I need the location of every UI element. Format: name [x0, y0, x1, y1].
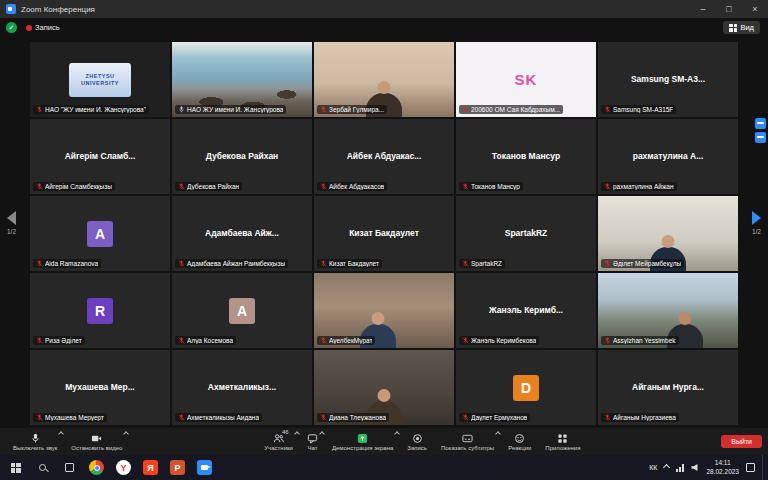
window-title: Zoom Конференция [21, 5, 95, 14]
taskbar-clock[interactable]: 14:11 28.02.2023 [706, 459, 739, 475]
captions-label: Показать субтитры [441, 445, 494, 451]
chevron-up-icon[interactable] [58, 431, 64, 437]
taskbar-app-yandex[interactable]: Y [110, 455, 137, 480]
leave-button[interactable]: Выйти [721, 435, 762, 448]
participant-name: Диана Тлеужанова [329, 414, 386, 421]
participant-tile[interactable]: SpartakRZ SpartakRZ [456, 196, 596, 271]
participant-tile[interactable]: Айбек Абдуакас... Айбек Абдуакасов [314, 119, 454, 194]
meeting-area: Запись Вид 1/2 ZHETYSU UNIVERSITY [0, 18, 768, 428]
muted-mic-icon [462, 337, 469, 344]
participant-tile[interactable]: НАО ЖУ имени И. Жансугурова [172, 42, 312, 117]
participant-count: 46 [282, 429, 289, 435]
participant-tile[interactable]: Диана Тлеужанова [314, 350, 454, 425]
participant-tile[interactable]: АуелбекМурат [314, 273, 454, 348]
notification-icon[interactable] [755, 118, 766, 129]
tile-name-label: рахматулина Айжан [601, 182, 677, 191]
captions-button[interactable]: Показать субтитры [434, 428, 501, 455]
task-view-icon [65, 463, 74, 472]
participant-tile[interactable]: A Алуа Косемова [172, 273, 312, 348]
mic-icon [30, 433, 41, 444]
participant-tile[interactable]: Samsung SM-A3... Samsung SM-A315F [598, 42, 738, 117]
start-button[interactable] [2, 455, 29, 480]
muted-mic-icon [36, 414, 43, 421]
yandex-icon: Y [116, 460, 131, 475]
task-view-button[interactable] [56, 455, 83, 480]
side-notifications [755, 118, 766, 143]
mute-button[interactable]: Выключить звук [6, 428, 64, 455]
muted-mic-icon [178, 414, 185, 421]
muted-mic-icon [178, 106, 185, 113]
chat-button[interactable]: Чат [300, 428, 325, 455]
participant-name: АуелбекМурат [329, 337, 372, 344]
participants-button[interactable]: 46 Участники [257, 428, 300, 455]
share-screen-button[interactable]: Демонстрация экрана [325, 428, 400, 455]
taskbar-app-zoom[interactable] [191, 455, 218, 480]
chevron-up-icon[interactable] [319, 431, 325, 437]
chrome-icon [89, 460, 104, 475]
muted-mic-icon [462, 183, 469, 190]
participant-tile[interactable]: Assylzhan Yessimbek [598, 273, 738, 348]
participant-tile[interactable]: R Риза Әділет [30, 273, 170, 348]
participant-name: НАО ЖУ имени И. Жансугурова [187, 106, 283, 113]
tile-name-label: Айгерім Сламбекқызы [33, 182, 115, 191]
participant-tile[interactable]: Айганым Нурга... Айганым Нургазиева [598, 350, 738, 425]
tile-name-label: Диана Тлеужанова [317, 413, 389, 422]
tile-name-label: АуелбекМурат [317, 336, 375, 345]
powerpoint-icon: P [170, 460, 185, 475]
stop-video-label: Остановить видео [71, 445, 122, 451]
windows-taskbar: Y Я P КК 14:11 28.02.2023 [0, 455, 768, 480]
participant-tile[interactable]: Адамбаева Айж... Адамбаева Айжан Раимбек… [172, 196, 312, 271]
tile-name-label: SpartakRZ [459, 259, 505, 268]
participant-tile[interactable]: D Даулет Ермуханов [456, 350, 596, 425]
tile-name-label: Адамбаева Айжан Раимбекқызы [175, 259, 288, 268]
apps-icon [557, 433, 568, 444]
maximize-button[interactable]: □ [716, 0, 742, 18]
tile-name-label: Жанэль Керимбекова [459, 336, 539, 345]
security-shield-icon[interactable] [6, 22, 17, 33]
participant-name: Алуа Косемова [187, 337, 233, 344]
taskbar-app-chrome[interactable] [83, 455, 110, 480]
participant-tile[interactable]: Әділет Мейрамбекұлы [598, 196, 738, 271]
chevron-up-icon[interactable] [124, 431, 130, 437]
action-center-icon[interactable] [746, 463, 755, 472]
participant-tile[interactable]: Дубекова Райхан Дубекова Райхан [172, 119, 312, 194]
participant-tile[interactable]: ZHETYSU UNIVERSITY НАО "ЖУ имени И. Жанс… [30, 42, 170, 117]
participant-tile[interactable]: Токанов Мансур Токанов Мансур [456, 119, 596, 194]
participant-tile[interactable]: A Aida Ramazanova [30, 196, 170, 271]
tile-name-label: Риза Әділет [33, 336, 85, 345]
search-button[interactable] [29, 455, 56, 480]
prev-page-arrow-icon[interactable] [7, 211, 16, 225]
participant-name: Әділет Мейрамбекұлы [613, 260, 681, 267]
participant-tile[interactable]: Кизат Бакдаулет Кизат Бакдаулет [314, 196, 454, 271]
taskbar-app-powerpoint[interactable]: P [164, 455, 191, 480]
view-button[interactable]: Вид [723, 21, 760, 34]
reactions-button[interactable]: Реакции [501, 428, 538, 455]
tile-name-label: Samsung SM-A315F [601, 105, 676, 114]
language-indicator[interactable]: КК [649, 464, 657, 471]
hidden-icons-chevron[interactable] [663, 464, 670, 471]
participant-tile[interactable]: SK 200600 ОМ Сая Кабдрахым... [456, 42, 596, 117]
participant-tile[interactable]: рахматулина А... рахматулина Айжан [598, 119, 738, 194]
show-desktop-button[interactable] [762, 455, 766, 480]
chat-icon [307, 433, 318, 444]
record-button[interactable]: Запись [400, 428, 434, 455]
participant-tile[interactable]: Ахметкаликыз... Ахметкаликызы Аидана [172, 350, 312, 425]
close-button[interactable]: × [742, 0, 768, 18]
titlebar: Zoom Конференция – □ × [0, 0, 768, 18]
next-page-arrow-icon[interactable] [752, 211, 761, 225]
network-icon[interactable] [676, 464, 684, 472]
stop-video-button[interactable]: Остановить видео [64, 428, 129, 455]
notification-icon[interactable] [755, 132, 766, 143]
chevron-up-icon[interactable] [294, 431, 300, 437]
volume-icon[interactable] [691, 464, 699, 472]
participant-tile[interactable]: Жанэль Керимб... Жанэль Керимбекова [456, 273, 596, 348]
apps-button[interactable]: Приложения [538, 428, 587, 455]
participant-tile[interactable]: Мухашева Мер... Мухашева Меруерт [30, 350, 170, 425]
chevron-up-icon[interactable] [394, 431, 400, 437]
participant-tile[interactable]: Айгерім Сламб... Айгерім Сламбекқызы [30, 119, 170, 194]
participant-tile[interactable]: Зербай Гүлмира... [314, 42, 454, 117]
taskbar-app-yandex-browser[interactable]: Я [137, 455, 164, 480]
minimize-button[interactable]: – [690, 0, 716, 18]
chevron-up-icon[interactable] [495, 431, 501, 437]
mute-label: Выключить звук [13, 445, 57, 451]
